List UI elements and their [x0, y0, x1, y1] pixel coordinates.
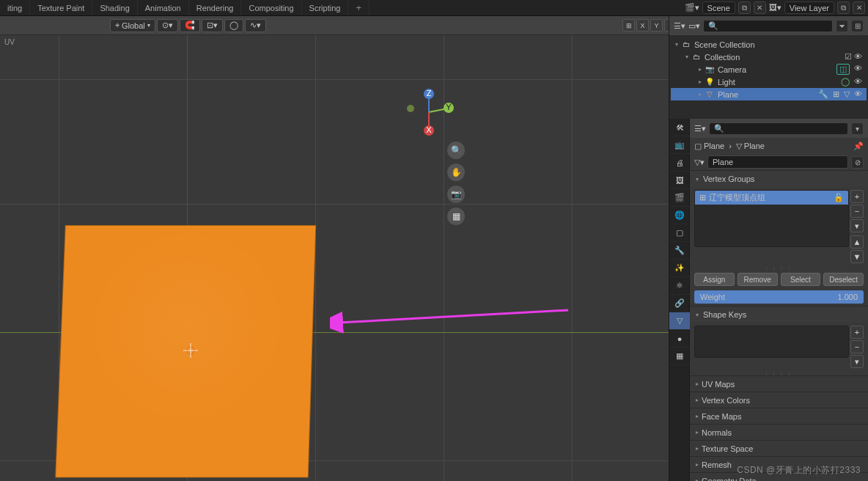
snap-toggle[interactable]: 🧲	[180, 19, 200, 32]
collection-row[interactable]: ▾🗀Collection☑ 👁	[671, 51, 867, 63]
prop-tab-mesh-data[interactable]: ▽	[669, 312, 690, 330]
outliner-item-plane[interactable]: ▸▽Plane🔧⊞▽ 👁	[671, 88, 867, 100]
navigation-gizmo[interactable]: Y Z X	[403, 87, 455, 138]
face-maps-section[interactable]: ▸Face Maps	[690, 408, 868, 424]
orientation-dropdown[interactable]: ⌖Global▾	[110, 19, 155, 32]
properties-search-input[interactable]	[709, 122, 848, 135]
prop-tab-world[interactable]: 🌐	[669, 207, 690, 224]
bc-mesh[interactable]: ▽Plane	[736, 142, 765, 151]
pan-icon[interactable]: ✋	[447, 164, 465, 181]
pin-icon[interactable]: 📌	[853, 142, 864, 151]
prop-tab-particles[interactable]: ✨	[669, 260, 690, 277]
prop-tab-scene[interactable]: 🎬	[669, 189, 690, 207]
vertex-groups-header[interactable]: ▾Vertex Groups	[690, 171, 868, 187]
weight-slider[interactable]: Weight 1.000	[694, 290, 864, 304]
scene-delete-icon[interactable]: ✕	[754, 1, 766, 14]
viewport-side-controls: 🔍 ✋ 📷 ▦	[447, 142, 465, 225]
fake-user-icon[interactable]: ⊘	[851, 156, 864, 169]
prop-tab-output[interactable]: 🖨	[669, 154, 690, 172]
proportional-toggle[interactable]: ◯	[224, 19, 243, 32]
scene-copy-icon[interactable]: ⧉	[738, 1, 751, 14]
editor-type-icon[interactable]: ☰▾	[694, 124, 706, 133]
prop-tab-constraints[interactable]: 🔗	[669, 295, 690, 312]
add-shapekey-button[interactable]: +	[850, 326, 864, 339]
pivot-dropdown[interactable]: ⊙▾	[157, 19, 178, 32]
deselect-button[interactable]: Deselect	[823, 273, 864, 286]
uv-maps-section[interactable]: ▸UV Maps	[690, 375, 868, 392]
prop-tab-tools[interactable]: 🛠	[669, 119, 690, 136]
prop-tab-object[interactable]: ▢	[669, 224, 690, 242]
scene-collection-row[interactable]: ▾🗀Scene Collection	[671, 38, 867, 51]
visibility-icons[interactable]: ☑ 👁	[845, 52, 867, 62]
shapekey-menu-button[interactable]: ▾	[850, 355, 864, 368]
camera-view-icon[interactable]: 📷	[447, 186, 465, 203]
workspace-tab[interactable]: iting	[0, 0, 30, 15]
add-vgroup-button[interactable]: +	[850, 190, 864, 203]
remove-shapekey-button[interactable]: −	[850, 340, 864, 353]
normals-section[interactable]: ▸Normals	[690, 424, 868, 440]
mesh-datablock-field: ▽▾ Plane ⊘	[690, 154, 868, 170]
snap-dropdown[interactable]: ⊡▾	[202, 19, 223, 32]
bc-object[interactable]: ▢Plane	[694, 142, 724, 151]
outliner-item-light[interactable]: ▸💡Light◯ 👁	[671, 76, 867, 88]
layer-copy-icon[interactable]: ⧉	[837, 1, 850, 14]
camera-data-icon[interactable]: ◫	[836, 64, 850, 75]
light-data-icon[interactable]: ◯	[841, 77, 850, 87]
editor-type-icon[interactable]: ☰▾	[674, 21, 685, 31]
prop-tab-material[interactable]: ●	[669, 330, 690, 348]
layer-browse-icon[interactable]: 🖼▾	[769, 3, 781, 12]
remove-button[interactable]: Remove	[738, 273, 778, 286]
light-icon: 💡	[705, 77, 715, 87]
scene-browse-icon[interactable]: 🎬▾	[685, 3, 699, 12]
prop-tab-physics[interactable]: ⚛	[669, 277, 690, 295]
modifier-icon[interactable]: 🔧	[818, 89, 828, 99]
prop-tab-viewlayer[interactable]: 🖼	[669, 172, 690, 189]
zoom-icon[interactable]: 🔍	[447, 142, 465, 159]
workspace-tab[interactable]: Animation	[138, 0, 189, 15]
vertex-group-icon[interactable]: ⊞	[833, 89, 839, 99]
vgroup-menu-button[interactable]: ▾	[850, 219, 864, 232]
layer-delete-icon[interactable]: ✕	[853, 1, 865, 14]
workspace-tab[interactable]: Shading	[92, 0, 137, 15]
workspace-tab[interactable]: Rendering	[189, 0, 242, 15]
vertex-group-item[interactable]: ⊞辽宁模型顶点组🔓	[695, 191, 848, 205]
vertex-colors-section[interactable]: ▸Vertex Colors	[690, 392, 868, 408]
texture-space-section[interactable]: ▸Texture Space	[690, 440, 868, 456]
vgroup-moveup-button[interactable]: ▲	[850, 235, 864, 249]
options-icon[interactable]: ▾	[851, 122, 864, 135]
mesh-name-input[interactable]: Plane	[707, 155, 848, 169]
workspace-tab[interactable]: Texture Paint	[30, 0, 92, 15]
shape-keys-listbox[interactable]	[694, 326, 849, 358]
3d-viewport[interactable]: UV Y Z X 🔍 ✋ 📷 ▦	[0, 35, 669, 481]
viewlayer-selector[interactable]: View Layer	[784, 1, 834, 14]
workspace-tab[interactable]: Compositing	[241, 0, 301, 15]
axis-x-button[interactable]: X	[636, 19, 649, 32]
mesh-select-mode-icon[interactable]: ⊞	[622, 19, 635, 32]
proportional-dropdown[interactable]: ∿▾	[245, 19, 266, 32]
perspective-toggle-icon[interactable]: ▦	[447, 208, 465, 225]
axis-y-button[interactable]: Y	[650, 19, 663, 32]
display-mode-icon[interactable]: ▭▾	[688, 21, 700, 31]
outliner-search-input[interactable]	[703, 20, 833, 32]
uv-label: UV	[4, 38, 15, 46]
shape-keys-header[interactable]: ▾Shape Keys	[690, 306, 868, 323]
select-button[interactable]: Select	[781, 273, 821, 286]
remove-vgroup-button[interactable]: −	[850, 205, 864, 218]
outliner-tree[interactable]: ▾🗀Scene Collection ▾🗀Collection☑ 👁 ▸📷Cam…	[669, 35, 868, 103]
new-collection-icon[interactable]: ⊞	[851, 20, 864, 32]
prop-tab-texture[interactable]: ▦	[669, 348, 690, 365]
vertex-groups-listbox[interactable]: ⊞辽宁模型顶点组🔓	[694, 190, 849, 247]
filter-icon[interactable]: ⏷	[836, 20, 848, 32]
add-workspace-tab[interactable]: +	[348, 0, 369, 15]
workspace-tab[interactable]: Scripting	[302, 0, 349, 15]
prop-tab-modifiers[interactable]: 🔧	[669, 242, 690, 260]
mesh-data-icon[interactable]: ▽	[844, 89, 850, 99]
scene-selector[interactable]: Scene	[702, 1, 735, 14]
prop-tab-render[interactable]: 📺	[669, 136, 690, 154]
vgroup-movedown-button[interactable]: ▼	[850, 250, 864, 263]
mesh-browse-icon[interactable]: ▽▾	[694, 158, 705, 167]
lock-icon[interactable]: 🔓	[834, 193, 844, 202]
assign-button[interactable]: Assign	[694, 273, 735, 286]
outliner-item-camera[interactable]: ▸📷Camera◫ 👁	[671, 63, 867, 76]
viewlayer-label: View Layer	[790, 4, 829, 12]
